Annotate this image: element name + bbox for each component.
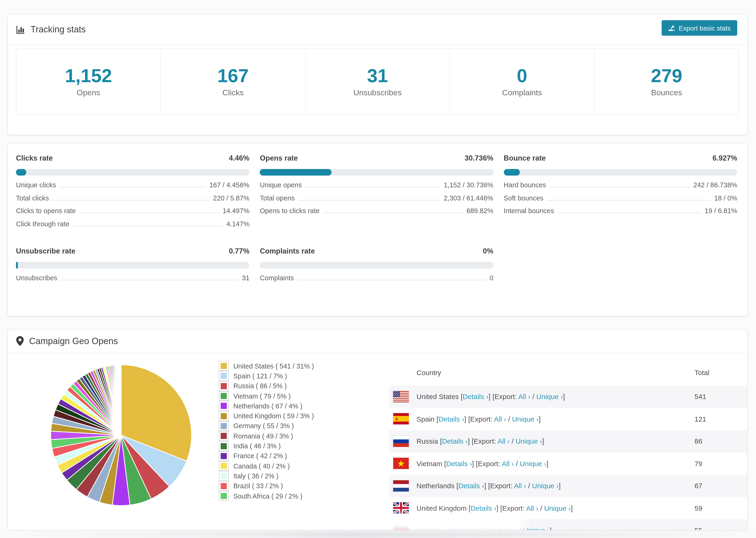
dotted-leader bbox=[53, 200, 209, 200]
stat-label: Unique opens bbox=[260, 181, 302, 189]
rate-title-row: Bounce rate6.927% bbox=[504, 153, 737, 164]
export-label: Export: bbox=[470, 415, 494, 423]
legend-label: Canada ( 40 / 2% ) bbox=[233, 462, 290, 470]
dotted-leader bbox=[60, 187, 206, 187]
details-link[interactable]: Details › bbox=[458, 482, 484, 490]
stat-label: Click through rate bbox=[16, 220, 69, 228]
export-all-link[interactable]: All › bbox=[498, 437, 510, 445]
stat-row: Total clicks220 / 5.87% bbox=[16, 194, 249, 207]
country-name: Spain bbox=[416, 415, 435, 423]
details-link[interactable]: Details › bbox=[470, 504, 496, 512]
export-all-link[interactable]: All › bbox=[502, 459, 514, 467]
export-all-link[interactable]: All › bbox=[494, 415, 506, 423]
details-link[interactable]: Details › bbox=[463, 393, 489, 401]
geo-header-divider bbox=[8, 352, 747, 353]
country-cell: Vietnam [Details ›] [Export: All › / Uni… bbox=[389, 459, 694, 467]
rate-rows: Hard bounces242 / 86.738%Soft bounces18 … bbox=[504, 181, 737, 220]
legend-label: South Africa ( 29 / 2% ) bbox=[233, 492, 302, 500]
legend-label: Russia ( 86 / 5% ) bbox=[233, 382, 287, 390]
legend-swatch bbox=[219, 481, 228, 490]
rate-title-row: Clicks rate4.46% bbox=[16, 153, 249, 164]
legend-swatch bbox=[219, 392, 228, 401]
table-row-gb: United Kingdom [Details ›] [Export: All … bbox=[389, 497, 747, 519]
progress-track bbox=[16, 262, 249, 269]
export-label: Export: bbox=[473, 437, 498, 445]
export-unique-link[interactable]: Unique › bbox=[544, 504, 571, 512]
unsubscribe-rate-block: Unsubscribe rate0.77%Unsubscribes31 bbox=[16, 245, 249, 287]
legend-label: United States ( 541 / 31% ) bbox=[233, 362, 314, 370]
summary-label: Bounces bbox=[651, 88, 682, 98]
export-label: Export: bbox=[502, 504, 526, 512]
bar-chart-icon bbox=[16, 25, 26, 34]
rate-value: 0% bbox=[483, 245, 494, 257]
export-unique-link[interactable]: Unique › bbox=[515, 437, 542, 445]
export-unique-link[interactable]: Unique › bbox=[523, 526, 550, 531]
geo-card-header: Campaign Geo Opens bbox=[8, 330, 747, 352]
flag-gb-icon bbox=[393, 503, 409, 514]
legend-item: Brazil ( 33 / 2% ) bbox=[219, 481, 314, 491]
geo-pie-chart[interactable] bbox=[49, 363, 193, 508]
stat-row: Soft bounces18 / 0% bbox=[504, 194, 737, 207]
legend-swatch bbox=[219, 452, 228, 460]
details-link[interactable]: Details › bbox=[438, 415, 464, 423]
export-button-label: Export basic stats bbox=[679, 24, 730, 32]
geo-table: Country Total United States [Details ›] … bbox=[389, 360, 747, 530]
legend-label: France ( 42 / 2% ) bbox=[233, 452, 287, 460]
total-cell: 67 bbox=[694, 482, 747, 490]
geo-table-body: United States [Details ›] [Export: All ›… bbox=[389, 385, 747, 530]
export-unique-link[interactable]: Unique › bbox=[536, 393, 563, 401]
legend-item: Italy ( 36 / 2% ) bbox=[219, 471, 314, 481]
stat-row: Clicks to opens rate14.497% bbox=[16, 207, 249, 220]
stat-row: Total opens2,303 / 61.446% bbox=[260, 194, 494, 207]
stat-row: Internal bounces19 / 6.81% bbox=[504, 207, 737, 220]
legend-label: Romania ( 49 / 3% ) bbox=[233, 432, 293, 440]
legend-swatch bbox=[219, 471, 228, 480]
country-column-header: Country bbox=[389, 368, 694, 377]
export-all-link[interactable]: All › bbox=[526, 504, 538, 512]
stat-value: 31 bbox=[242, 274, 249, 282]
details-link[interactable]: Details › bbox=[446, 459, 472, 467]
rate-value: 0.77% bbox=[229, 245, 249, 257]
legend-item: Spain ( 121 / 7% ) bbox=[219, 371, 314, 381]
country-name: Netherlands bbox=[416, 482, 455, 490]
export-all-link[interactable]: All › bbox=[505, 526, 517, 531]
stat-row: Click through rate4.147% bbox=[16, 220, 249, 233]
progress-fill bbox=[16, 262, 18, 269]
details-link[interactable]: Details › bbox=[449, 526, 475, 531]
rate-title: Clicks rate bbox=[16, 153, 53, 164]
total-cell: 59 bbox=[694, 504, 747, 512]
dotted-leader bbox=[323, 213, 463, 213]
legend-swatch bbox=[219, 442, 228, 451]
rate-rows: Unique clicks167 / 4.456%Total clicks220… bbox=[16, 181, 249, 233]
country-name: Germany bbox=[416, 526, 445, 531]
progress-track bbox=[260, 262, 494, 269]
export-unique-link[interactable]: Unique › bbox=[520, 459, 546, 467]
summary-stats-row: 1,152Opens167Clicks31Unsubscribes0Compla… bbox=[16, 48, 739, 115]
rate-title: Opens rate bbox=[260, 153, 298, 164]
details-link[interactable]: Details › bbox=[442, 437, 468, 445]
legend-swatch bbox=[219, 361, 228, 370]
legend-item: Canada ( 40 / 2% ) bbox=[219, 461, 314, 471]
stat-row: Unique opens1,152 / 30.736% bbox=[260, 181, 494, 194]
summary-box-opens: 1,152Opens bbox=[17, 49, 161, 115]
rate-title-row: Unsubscribe rate0.77% bbox=[16, 245, 249, 257]
export-basic-stats-button[interactable]: Export basic stats bbox=[661, 20, 737, 36]
rate-value: 30.736% bbox=[465, 153, 493, 164]
export-unique-link[interactable]: Unique › bbox=[532, 482, 559, 490]
total-cell: 79 bbox=[694, 459, 747, 467]
export-all-link[interactable]: All › bbox=[518, 393, 531, 401]
summary-box-bounces: 279Bounces bbox=[594, 49, 739, 115]
export-unique-link[interactable]: Unique › bbox=[512, 415, 539, 423]
export-all-link[interactable]: All › bbox=[514, 482, 526, 490]
stat-value: 167 / 4.456% bbox=[209, 181, 249, 189]
legend-item: United Kingdom ( 59 / 3% ) bbox=[219, 411, 314, 421]
pie-slice-other[interactable] bbox=[121, 365, 121, 435]
legend-label: United Kingdom ( 59 / 3% ) bbox=[233, 412, 314, 420]
stat-label: Clicks to opens rate bbox=[16, 207, 76, 215]
total-column-header: Total bbox=[694, 368, 747, 377]
summary-box-unsubscribes: 31Unsubscribes bbox=[305, 49, 450, 115]
stat-value: 4.147% bbox=[226, 220, 249, 228]
legend-label: Germany ( 55 / 3% ) bbox=[233, 422, 294, 430]
geo-table-header: Country Total bbox=[389, 360, 747, 385]
rate-title-row: Opens rate30.736% bbox=[260, 153, 494, 164]
